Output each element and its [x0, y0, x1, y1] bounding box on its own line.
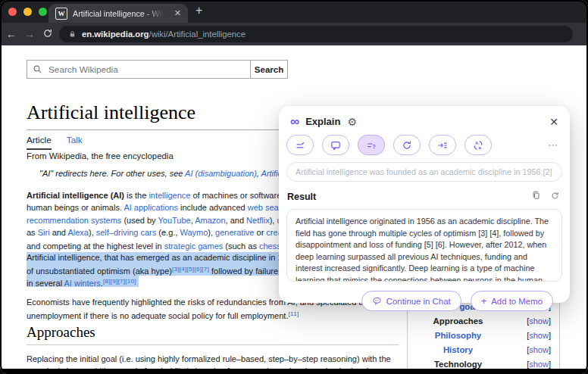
popup-title: Explain	[305, 116, 340, 127]
reload-icon[interactable]	[42, 28, 53, 40]
summarize-icon	[436, 139, 449, 151]
close-icon[interactable]: ✕	[549, 117, 558, 127]
search-button[interactable]: Search	[250, 60, 288, 79]
tab-talk[interactable]: Talk	[67, 135, 83, 150]
screenshot-stage: W Artificial intelligence - Wikipedia ✕ …	[0, 0, 588, 374]
url-bar[interactable]: en.wikipedia.org/wiki/Artificial_intelli…	[59, 26, 573, 42]
copy-icon[interactable]	[531, 190, 541, 204]
rephrase-icon	[401, 139, 413, 151]
rewrite-icon	[294, 139, 306, 151]
text-run: human beings or animals.	[27, 203, 124, 212]
search-input[interactable]	[47, 64, 245, 76]
tab-title: Artificial intelligence - Wikipedia	[73, 9, 164, 18]
minimize-window-button[interactable]	[23, 8, 32, 16]
titlebar: W Artificial intelligence - Wikipedia ✕ …	[0, 0, 588, 23]
rewrite-tool-button[interactable]	[286, 135, 314, 155]
wiki-link[interactable]: intelligence	[149, 191, 190, 200]
gear-icon[interactable]: ⚙	[347, 117, 357, 127]
traffic-lights	[8, 8, 47, 16]
wiki-link[interactable]: self–driving cars	[96, 228, 156, 237]
chat-tool-button[interactable]	[322, 135, 349, 155]
wiki-link[interactable]: strategic games	[164, 242, 224, 251]
infobox-section-label[interactable]: Philosophy	[408, 331, 508, 340]
text-run: and competing at the highest level in	[27, 242, 164, 251]
text-run: and	[50, 228, 68, 237]
tab-close-icon[interactable]: ✕	[174, 9, 181, 17]
infobox-section-label: Approaches	[408, 316, 508, 326]
wikipedia-favicon-icon: W	[55, 8, 67, 20]
page-subtitle: From Wikipedia, the free encyclopedia	[27, 151, 174, 161]
citation-ref[interactable]: [11]	[288, 310, 299, 317]
wiki-link[interactable]: recommendation systems	[27, 216, 121, 225]
text-run: or	[254, 228, 266, 237]
chat-icon	[330, 139, 342, 151]
tool-pills: ?Aa⋯	[279, 127, 570, 155]
browser-tab[interactable]: W Artificial intelligence - Wikipedia ✕	[48, 4, 188, 23]
infobox-row: Philosophy[show]	[408, 329, 559, 343]
more-tools-icon[interactable]: ⋯	[548, 139, 558, 151]
rephrase-tool-button[interactable]	[393, 135, 421, 155]
text-run: of unsubstantiated optimism (aka hype)	[27, 266, 172, 276]
text-run: Artificial intelligence (AI)	[27, 191, 124, 200]
show-toggle[interactable]: [show]	[508, 345, 559, 354]
show-toggle[interactable]: [show]	[508, 360, 559, 369]
text-run: "AI" redirects here. For other uses, see	[39, 169, 185, 178]
show-toggle[interactable]: [show]	[508, 316, 559, 326]
popup-header: ∞ Explain ⚙ ✕	[279, 106, 570, 127]
new-tab-button[interactable]: +	[195, 5, 202, 17]
wiki-link[interactable]: Siri	[38, 228, 50, 237]
text-run: ),	[208, 228, 215, 237]
text-run: in several	[27, 279, 64, 288]
summarize-tool-button[interactable]	[429, 135, 456, 155]
wiki-search-bar: Search	[27, 60, 288, 79]
forward-icon[interactable]: →	[24, 29, 35, 39]
translate-tool-button[interactable]: Aa	[464, 135, 492, 155]
wikipedia-page: Search Artificial intelligence Article T…	[0, 45, 588, 374]
text-run: Replacing the initial goal (i.e. using h…	[27, 354, 391, 363]
text-run: ),	[270, 216, 277, 225]
text-run: (e.g.,	[156, 228, 180, 237]
wiki-link[interactable]: YouTube	[158, 216, 190, 225]
article-tabs: Article Talk	[27, 135, 83, 150]
show-toggle[interactable]: [show]	[508, 331, 559, 340]
tab-article[interactable]: Article	[27, 135, 52, 150]
explain-icon: ?	[365, 139, 377, 151]
explain-tool-button[interactable]: ?	[358, 135, 385, 155]
text-run: as	[27, 228, 38, 237]
url-path: /wiki/Artificial_intelligence	[149, 30, 246, 39]
wiki-link[interactable]: Netflix	[246, 216, 270, 225]
window-bottom-frame	[0, 369, 588, 374]
wiki-link[interactable]: Alexa	[67, 228, 89, 237]
wiki-link[interactable]: generative	[215, 228, 254, 237]
lock-icon	[68, 30, 77, 39]
wiki-link[interactable]: Amazon	[195, 216, 225, 225]
wiki-link[interactable]: AI winters	[64, 279, 101, 288]
plus-icon: +	[481, 295, 487, 307]
translate-icon: Aa	[472, 139, 484, 151]
zoom-window-button[interactable]	[39, 8, 47, 16]
back-icon[interactable]: ←	[6, 29, 17, 39]
svg-text:?: ?	[372, 142, 376, 149]
url-host: en.wikipedia.org	[82, 30, 149, 39]
wiki-link[interactable]: AI (disambiguation)	[185, 169, 257, 178]
wiki-link[interactable]: Waymo	[180, 228, 208, 237]
add-to-memo-button[interactable]: + Add to Memo	[471, 291, 553, 311]
continue-in-chat-button[interactable]: Continue in Chat	[361, 291, 461, 311]
citation-ref[interactable]: [3][4][5][6][7]	[172, 266, 209, 273]
text-run: ),	[89, 228, 96, 237]
close-window-button[interactable]	[8, 8, 17, 16]
refresh-icon[interactable]	[550, 190, 560, 204]
infobox-section-label[interactable]: History	[408, 345, 508, 354]
text-run: (used by	[121, 216, 158, 225]
browser-window: W Artificial intelligence - Wikipedia ✕ …	[0, 0, 588, 374]
wiki-link[interactable]: AI applications	[124, 203, 178, 212]
infobox-row: Approaches[show]	[408, 314, 559, 329]
text-run: is the	[124, 191, 149, 200]
search-icon	[33, 64, 42, 74]
wiki-search-input-wrap	[27, 60, 251, 79]
selected-text-input[interactable]	[286, 162, 562, 182]
citation-ref[interactable]: [8][9][7][10]	[103, 278, 136, 285]
infobox-row: History[show]	[408, 342, 559, 357]
wiki-link[interactable]: chess	[259, 242, 281, 251]
result-label: Result	[287, 192, 316, 202]
